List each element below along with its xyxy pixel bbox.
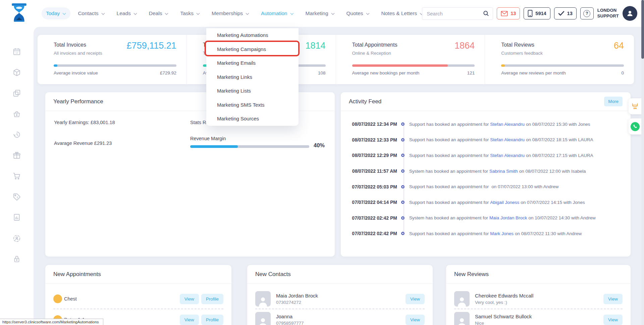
stat-value: 1864 (454, 41, 475, 51)
phone-icon (631, 122, 640, 131)
report-icon[interactable] (12, 213, 21, 222)
stat-progress-track (54, 64, 176, 67)
new-reviews-card: New Reviews Cherokee Edwards Mccall Very… (446, 265, 631, 325)
contact-link[interactable]: Stefan Alexandru (490, 137, 525, 142)
menu-item-marketing-lists[interactable]: Marketing Lists (206, 84, 299, 98)
contact-link[interactable]: Stefan Alexandru (490, 153, 525, 158)
chevron-down-icon (165, 13, 168, 15)
nav-label: Tasks (180, 10, 194, 16)
nav-item-leads[interactable]: Leads (112, 7, 142, 19)
stat-value: 1814 (305, 41, 325, 51)
menu-item-marketing-automations[interactable]: Marketing Automations (206, 28, 299, 42)
avatar-placeholder (255, 291, 271, 307)
search-button[interactable] (479, 8, 493, 19)
nav-item-quotes[interactable]: Quotes (342, 7, 374, 19)
nav-item-tasks[interactable]: Tasks (176, 7, 204, 19)
stat-title: Total Appointments (352, 42, 397, 48)
profile-button[interactable]: Profile (201, 315, 223, 325)
copy-icon[interactable] (12, 89, 21, 98)
new-contacts-card: New Contacts Maia Jordan Brock 073027427… (247, 265, 433, 325)
card-header: New Contacts (247, 265, 433, 284)
nav-label: Marketing (306, 10, 328, 16)
stat-subtitle: Online & Reception (352, 51, 391, 56)
contact-link[interactable]: Sabrina Smith (489, 169, 518, 174)
cart-icon[interactable] (12, 172, 21, 180)
contact-link[interactable]: Abigail Joness (490, 200, 519, 205)
nav-item-notes-letters[interactable]: Notes & Letters (377, 7, 428, 19)
view-button[interactable]: View (406, 294, 425, 304)
more-button[interactable]: More (604, 97, 623, 106)
question-mark-icon: ? (583, 10, 590, 17)
card-header: Activity Feed More (341, 92, 631, 111)
scrollbar[interactable] (641, 0, 644, 325)
svg-text:12: 12 (15, 52, 18, 54)
history-icon[interactable] (12, 130, 21, 139)
user-avatar[interactable] (623, 6, 637, 21)
yearly-earnings: Yearly Earnings: £83,001.18 (54, 120, 115, 125)
nav-item-today[interactable]: Today (42, 7, 70, 19)
contact-link[interactable]: Mark Jones (490, 231, 514, 236)
phone-calls-button[interactable]: 5914 (524, 7, 550, 19)
help-button[interactable]: ? (580, 7, 594, 19)
clinic-software-logo-icon[interactable] (11, 3, 28, 23)
activity-item: 07/07/2022 02:42 PM System has booked an… (341, 210, 627, 226)
activity-text: Support has booked an appointment forSte… (409, 122, 591, 127)
scrollbar-thumb[interactable] (641, 0, 644, 59)
view-button[interactable]: View (406, 315, 425, 325)
nav-label: Notes & Letters (381, 10, 417, 16)
gift-icon[interactable] (12, 151, 21, 160)
stat-value: £759,115.21 (127, 41, 176, 51)
basket-icon[interactable] (12, 110, 21, 118)
mobile-phone-icon (528, 10, 533, 17)
package-icon[interactable] (12, 68, 21, 77)
search-input[interactable] (422, 11, 479, 16)
nav-item-memberships[interactable]: Memberships (207, 7, 254, 19)
activity-timestamp: 07/07/2022 05:03 PM (341, 184, 397, 189)
average-revenue: Avarage Revenue £291.23 (54, 141, 112, 146)
revenue-margin-track (190, 145, 309, 148)
tasks-done-button[interactable]: 13 (554, 7, 577, 19)
stat-subtitle: All invoices and receipts (54, 51, 102, 56)
activity-timestamp: 08/07/2022 11:57 AM (341, 168, 397, 174)
view-button[interactable]: View (180, 294, 199, 304)
avatar-placeholder (454, 291, 470, 307)
email-count: 13 (511, 11, 516, 16)
call-float-button[interactable] (629, 118, 641, 134)
activity-timestamp: 07/07/2022 02:42 PM (341, 231, 397, 236)
nav-item-automation[interactable]: Automation (257, 7, 298, 19)
menu-item-marketing-emails[interactable]: Marketing Emails (206, 56, 299, 70)
automation-dropdown-menu: Marketing Automations Marketing Campaign… (206, 28, 299, 126)
menu-item-marketing-sources[interactable]: Marketing Sources (206, 112, 299, 126)
view-button[interactable]: View (603, 315, 623, 325)
menu-item-marketing-sms-texts[interactable]: Marketing SMS Texts (206, 98, 299, 112)
nav-item-contacts[interactable]: Contacts (73, 7, 109, 19)
review-row: Cherokee Edwards Mccall Very cool, yes :… (454, 288, 623, 309)
menu-item-marketing-campaigns[interactable]: Marketing Campaigns (206, 42, 299, 56)
price-tag-icon[interactable]: $ (12, 193, 21, 201)
activity-text: Support has booked an appointment forSte… (409, 137, 594, 142)
account-sync-icon[interactable] (12, 234, 21, 243)
nav-item-marketing[interactable]: Marketing (301, 7, 339, 19)
contact-name: Joanna (276, 314, 304, 319)
person-icon (456, 316, 468, 325)
user-icon (626, 9, 634, 17)
cart-float-button[interactable] (629, 98, 641, 114)
main-nav: Today Contacts Leads Deals Tasks Members… (42, 0, 487, 27)
timeline-dot-icon (401, 122, 405, 126)
menu-item-marketing-links[interactable]: Marketing Links (206, 70, 299, 84)
timeline-dot-icon (401, 154, 405, 157)
lock-icon[interactable] (12, 255, 21, 263)
calendar-icon[interactable]: 12 (12, 47, 21, 56)
profile-button[interactable]: Profile (201, 294, 223, 304)
contact-link[interactable]: Maia Jordan Brock (489, 215, 527, 220)
avatar-placeholder (454, 312, 470, 325)
stat-footer-value: £729.92 (160, 70, 176, 75)
view-button[interactable]: View (180, 315, 199, 325)
contact-link[interactable]: Stefan Alexandru (490, 122, 525, 127)
search-box (422, 7, 493, 20)
nav-item-deals[interactable]: Deals (145, 7, 173, 19)
email-notifications-button[interactable]: 13 (497, 7, 520, 19)
view-button[interactable]: View (603, 294, 623, 304)
stat-value: 64 (614, 41, 624, 51)
contact-phone: 0730274272 (276, 300, 318, 305)
